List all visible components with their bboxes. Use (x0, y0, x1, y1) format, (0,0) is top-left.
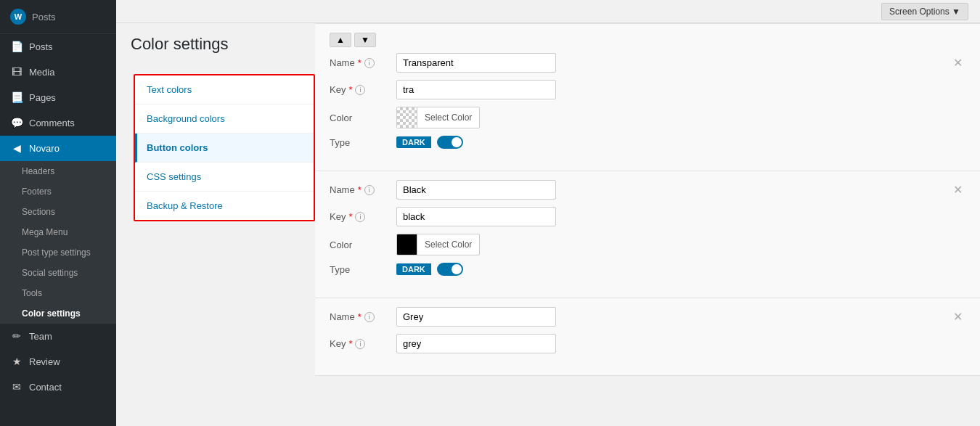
select-color-label-2: Select Color (417, 239, 479, 250)
sidebar-item-tools[interactable]: Tools (0, 283, 116, 303)
review-label: Review (29, 356, 60, 367)
color-swatch-transparent (397, 107, 417, 128)
type-row-2: Type DARK (330, 263, 965, 276)
sidebar-item-footers[interactable]: Footers (0, 181, 116, 202)
reorder-controls-1: ▲ ▼ (330, 33, 965, 47)
pages-label: Pages (29, 92, 56, 103)
review-icon: ★ (10, 356, 23, 367)
sidebar-submenu: Headers Footers Sections Mega Menu Post … (0, 161, 116, 324)
team-icon: ✏ (10, 330, 23, 342)
key-label-3: Key * i (330, 338, 388, 349)
key-label-2: Key * i (330, 211, 388, 222)
type-toggle-1: DARK (396, 136, 463, 149)
nav-item-text-colors[interactable]: Text colors (135, 75, 314, 105)
key-row-1: Key * i (330, 80, 965, 99)
page-content: Color settings Text colors Background co… (116, 23, 980, 426)
sidebar-item-comments[interactable]: 💬 Comments (0, 110, 116, 136)
required-star-key-1: * (348, 84, 352, 95)
sidebar: W Posts 📄 Posts 🎞 Media 📃 Pages 💬 Commen… (0, 0, 116, 426)
required-star-key-3: * (348, 338, 352, 349)
sidebar-item-review[interactable]: ★ Review (0, 349, 116, 374)
team-label: Team (29, 331, 52, 342)
name-input-3[interactable] (396, 307, 556, 327)
sidebar-item-novaro[interactable]: ◀ Novaro (0, 136, 116, 161)
select-color-label-1: Select Color (417, 112, 479, 123)
button-colors-label: Button colors (147, 142, 208, 153)
toggle-switch-2[interactable] (437, 263, 463, 276)
reorder-up-button-1[interactable]: ▲ (330, 33, 351, 47)
pages-icon: 📃 (10, 91, 23, 103)
color-entry-grey: Name * i ✕ Key * i (315, 298, 980, 376)
nav-item-backup-restore[interactable]: Backup & Restore (135, 192, 314, 220)
nav-item-css-settings[interactable]: CSS settings (135, 163, 314, 192)
key-input-1[interactable] (396, 80, 556, 99)
key-row-3: Key * i (330, 334, 965, 353)
color-swatch-black (397, 234, 417, 255)
wp-icon: W (10, 9, 26, 25)
settings-content: ▲ ▼ Name * i ✕ Key * i (315, 23, 980, 426)
type-label-1: Type (330, 137, 388, 148)
type-toggle-2: DARK (396, 263, 463, 276)
required-star-name-1: * (358, 57, 362, 68)
screen-options-button[interactable]: Screen Options ▼ (881, 3, 968, 20)
posts-label: Posts (29, 41, 53, 52)
sidebar-item-sections[interactable]: Sections (0, 202, 116, 222)
sidebar-item-mega-menu[interactable]: Mega Menu (0, 222, 116, 242)
name-label-3: Name * i (330, 311, 388, 322)
color-picker-button-2[interactable]: Select Color (396, 234, 480, 255)
info-icon-name-2: i (364, 185, 375, 195)
sidebar-item-color-settings[interactable]: Color settings (0, 303, 116, 324)
key-row-2: Key * i (330, 207, 965, 226)
top-bar: Screen Options ▼ (116, 0, 980, 23)
name-label-2: Name * i (330, 184, 388, 195)
key-label-1: Key * i (330, 84, 388, 95)
settings-nav: Text colors Background colors Button col… (134, 74, 315, 221)
close-button-1[interactable]: ✕ (950, 53, 965, 73)
sidebar-logo[interactable]: W Posts (0, 0, 116, 34)
name-row-1: Name * i ✕ (330, 53, 965, 73)
reorder-down-button-1[interactable]: ▼ (354, 33, 376, 47)
sidebar-item-social[interactable]: Social settings (0, 263, 116, 283)
info-icon-name-1: i (364, 58, 375, 68)
sidebar-item-pages[interactable]: 📃 Pages (0, 85, 116, 110)
comments-icon: 💬 (10, 117, 23, 128)
contact-label: Contact (29, 382, 62, 393)
sidebar-item-media[interactable]: 🎞 Media (0, 60, 116, 85)
sidebar-item-post-type[interactable]: Post type settings (0, 242, 116, 263)
close-button-2[interactable]: ✕ (950, 180, 965, 200)
page-title: Color settings (125, 23, 315, 60)
color-picker-button-1[interactable]: Select Color (396, 107, 480, 128)
type-label-2: Type (330, 264, 388, 275)
nav-item-button-colors[interactable]: Button colors (135, 134, 314, 163)
toggle-switch-1[interactable] (437, 136, 463, 149)
sidebar-item-posts[interactable]: 📄 Posts (0, 34, 116, 60)
info-icon-name-3: i (364, 312, 375, 322)
key-input-3[interactable] (396, 334, 556, 353)
sidebar-item-team[interactable]: ✏ Team (0, 324, 116, 349)
key-input-2[interactable] (396, 207, 556, 226)
media-icon: 🎞 (10, 66, 23, 78)
css-settings-label: CSS settings (147, 171, 201, 182)
toggle-label-dark-2: DARK (396, 263, 431, 275)
color-label-2: Color (330, 239, 388, 250)
text-colors-label: Text colors (147, 84, 192, 95)
info-icon-key-1: i (355, 85, 365, 95)
required-star-name-3: * (358, 311, 362, 322)
name-input-2[interactable] (396, 180, 556, 200)
sidebar-item-headers[interactable]: Headers (0, 161, 116, 181)
required-star-name-2: * (358, 184, 362, 195)
backup-restore-label: Backup & Restore (147, 200, 223, 211)
close-button-3[interactable]: ✕ (950, 307, 965, 327)
sidebar-item-contact[interactable]: ✉ Contact (0, 374, 116, 400)
name-input-1[interactable] (396, 53, 556, 73)
media-label: Media (29, 67, 54, 78)
type-row-1: Type DARK (330, 136, 965, 149)
contact-icon: ✉ (10, 381, 23, 393)
color-entry-transparent: ▲ ▼ Name * i ✕ Key * i (315, 23, 980, 171)
info-icon-key-3: i (355, 339, 365, 349)
nav-item-background-colors[interactable]: Background colors (135, 105, 314, 134)
main-area: Screen Options ▼ Color settings Text col… (116, 0, 980, 426)
dashboard-label: Posts (32, 12, 56, 22)
comments-label: Comments (29, 118, 75, 128)
info-icon-key-2: i (355, 212, 365, 222)
